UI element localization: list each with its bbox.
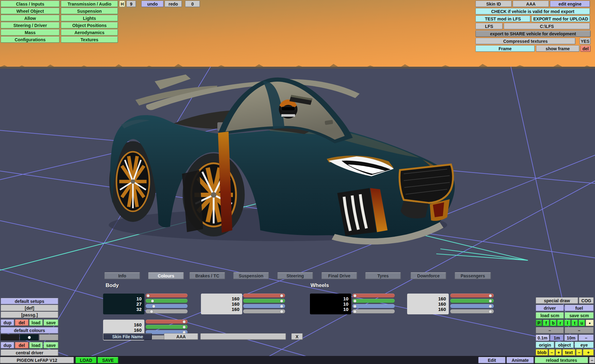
body-interior-swatch[interactable]: 160 160 160	[201, 294, 242, 314]
lfs-path-field[interactable]: C:\LFS	[504, 23, 590, 29]
red-slider[interactable]	[352, 294, 395, 298]
lfs-label[interactable]: LFS	[475, 23, 503, 29]
skin-id-label[interactable]: Skin ID	[475, 1, 512, 7]
axis-u-button[interactable]: u	[579, 320, 585, 326]
setup-save-button[interactable]: save	[43, 319, 58, 326]
fuel-button[interactable]: fuel	[565, 305, 594, 311]
colour-preset-1[interactable]	[1, 334, 19, 340]
share-export-button[interactable]: export to SHARE vehicle for development	[475, 30, 591, 37]
green-slider[interactable]	[243, 299, 285, 303]
edit-mode-button[interactable]: Edit	[478, 357, 506, 363]
colour-load-button[interactable]: load	[29, 342, 43, 348]
green-slider[interactable]	[450, 299, 494, 303]
gray-slider[interactable]	[146, 309, 188, 313]
wheels-secondary-swatch[interactable]: 160 160 160	[407, 294, 449, 314]
dash-right-button[interactable]: –	[565, 327, 594, 334]
frame-button[interactable]: Frame	[475, 45, 535, 52]
axis-p-button[interactable]: P	[536, 320, 542, 326]
scale-1m-button[interactable]: 1m	[550, 335, 564, 341]
load-scm-button[interactable]: load scm	[536, 312, 564, 319]
body-primary-swatch[interactable]: 10 27 32	[103, 294, 144, 314]
test-mod-button[interactable]: TEST mod in LFS	[475, 16, 530, 22]
menu-transmission-audio[interactable]: Transmission / Audio	[61, 1, 118, 7]
skin-file-input[interactable]	[200, 333, 286, 340]
compressed-textures-label[interactable]: Compressed textures	[475, 38, 575, 44]
menu-object-positions[interactable]: Object Positions	[61, 22, 118, 29]
reload-textures-button[interactable]: reload textures	[535, 357, 588, 363]
vehicle-name-button[interactable]: PIGEON LeFAP V12	[0, 357, 74, 363]
default-setups-button[interactable]: default setups	[1, 298, 58, 304]
wheels-primary-swatch[interactable]: 10 10 10	[310, 294, 351, 314]
axis-f-button[interactable]: f	[543, 320, 549, 326]
special-draw-button[interactable]: special draw	[536, 297, 578, 304]
gray-slider[interactable]	[243, 309, 285, 313]
green-slider[interactable]	[146, 299, 188, 303]
animate-mode-button[interactable]: Animate	[506, 357, 534, 363]
history-h-button[interactable]: H	[119, 1, 125, 7]
menu-class-inputs[interactable]: Class / Inputs	[1, 1, 60, 7]
tab-info[interactable]: Info	[104, 272, 140, 279]
red-slider[interactable]	[146, 294, 188, 298]
red-slider[interactable]	[243, 294, 285, 298]
colour-preset-2-selected[interactable]	[20, 334, 39, 340]
save-scm-button[interactable]: save scm	[565, 312, 594, 319]
tab-brakes-tc[interactable]: Brakes / TC	[189, 272, 225, 279]
tab-final-drive[interactable]: Final Drive	[321, 272, 357, 279]
tab-colours[interactable]: Colours	[148, 272, 184, 279]
scale-10m-button[interactable]: 10m	[564, 335, 578, 341]
blue-slider[interactable]	[243, 304, 285, 308]
blob-plus-button[interactable]: +	[556, 349, 562, 356]
colour-save-button[interactable]: save	[43, 342, 58, 348]
setup-dup-button[interactable]: dup	[1, 319, 14, 326]
menu-mass[interactable]: Mass	[1, 29, 60, 36]
setup-del-button[interactable]: del	[15, 319, 29, 326]
scale-dash-button[interactable]: –	[579, 335, 594, 341]
menu-suspension[interactable]: Suspension	[61, 8, 118, 14]
tab-steering[interactable]: Steering	[277, 272, 313, 279]
bottom-dash-button[interactable]: –	[589, 357, 595, 363]
menu-configurations[interactable]: Configurations	[1, 36, 60, 43]
axis-dot-button[interactable]: ●	[586, 320, 594, 326]
origin-button[interactable]: origin	[536, 342, 554, 348]
blob-minus-button[interactable]: –	[549, 349, 555, 356]
axis-r-button[interactable]: r	[557, 320, 564, 326]
axis-l-button[interactable]: l	[564, 320, 571, 326]
menu-textures[interactable]: Textures	[61, 36, 118, 43]
tab-passengers[interactable]: Passengers	[455, 272, 491, 279]
tab-downforce[interactable]: Downforce	[411, 272, 446, 279]
show-frame-button[interactable]: show frame	[536, 45, 579, 52]
gray-slider[interactable]	[450, 309, 494, 313]
eye-button[interactable]: eye	[575, 342, 594, 348]
setup-load-button[interactable]: load	[29, 319, 43, 326]
cog-button[interactable]: COG	[579, 297, 594, 304]
blob-button[interactable]: blob	[536, 349, 548, 356]
menu-wheel-object[interactable]: Wheel Object	[1, 8, 60, 14]
central-driver-button[interactable]: central driver	[1, 349, 58, 356]
compressed-textures-toggle[interactable]: YES	[579, 38, 591, 44]
history-count[interactable]: 9	[126, 1, 136, 7]
text-minus-button[interactable]: –	[576, 349, 582, 356]
check-valid-button[interactable]: CHECK if vehicle is valid for mod export	[475, 8, 590, 15]
object-button[interactable]: object	[555, 342, 574, 348]
setup-passg-button[interactable]: [passg.]	[1, 312, 58, 318]
skin-file-name-button[interactable]: AAA	[164, 333, 198, 340]
load-vehicle-button[interactable]: LOAD	[75, 357, 97, 363]
undo-button[interactable]: undo	[141, 1, 164, 7]
colour-dup-button[interactable]: dup	[1, 342, 14, 348]
history-zero-button[interactable]: 0	[185, 1, 200, 7]
green-slider[interactable]	[146, 325, 188, 329]
blue-slider[interactable]	[352, 304, 395, 308]
skin-id-value[interactable]: AAA	[513, 1, 549, 7]
tab-suspension[interactable]: Suspension	[233, 272, 269, 279]
colour-del-button[interactable]: del	[15, 342, 29, 348]
menu-lights[interactable]: Lights	[61, 15, 118, 21]
axis-b-button[interactable]: b	[550, 320, 556, 326]
text-plus-button[interactable]: +	[583, 349, 594, 356]
text-button[interactable]: text	[562, 349, 575, 356]
export-mod-button[interactable]: EXPORT mod for UPLOAD	[531, 16, 590, 22]
blue-slider[interactable]	[146, 304, 188, 308]
red-slider[interactable]	[146, 320, 188, 324]
driver-button[interactable]: driver	[536, 305, 564, 311]
axis-t-button[interactable]: t	[571, 320, 578, 326]
tab-tyres[interactable]: Tyres	[365, 272, 401, 279]
